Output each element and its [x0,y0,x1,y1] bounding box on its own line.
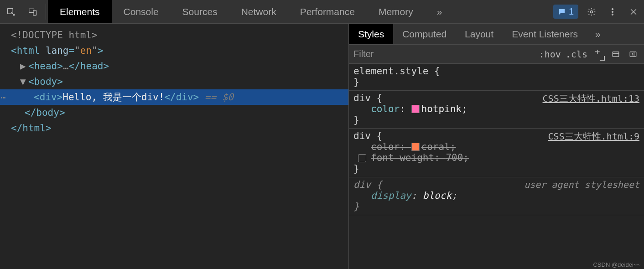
inspect-icon[interactable] [0,0,22,23]
property-checkbox[interactable] [358,154,366,162]
doctype: <!DOCTYPE html> [11,30,98,41]
style-rule[interactable]: CSS三大特性.html:9 div { color: coral; font-… [349,129,644,177]
color-swatch-icon[interactable] [411,143,420,151]
expand-arrow-icon[interactable]: ▶ [20,61,26,72]
subtab-event-listeners[interactable]: Event Listeners [503,24,587,44]
node-text: Hello, 我是一个div! [62,91,164,103]
tab-performance[interactable]: Performance [288,0,367,23]
subtab-more[interactable]: » [587,24,609,44]
styles-panel: Styles Computed Layout Event Listeners »… [348,24,644,269]
rule-source-link[interactable]: CSS三大特性.html:9 [548,130,639,143]
tab-elements[interactable]: Elements [48,0,112,23]
dom-tree[interactable]: <!DOCTYPE html> <html lang="en"> ▶<head>… [0,24,348,269]
svg-point-5 [612,11,613,12]
color-swatch-icon[interactable] [411,105,420,113]
tab-more[interactable]: » [425,0,454,23]
divider [46,4,46,20]
collapse-arrow-icon[interactable]: ▼ [20,76,26,87]
subtab-computed[interactable]: Computed [393,24,456,44]
tab-network[interactable]: Network [229,0,288,23]
cls-toggle[interactable]: .cls [566,49,587,60]
device-toggle-icon[interactable] [22,0,44,23]
rule-source-link[interactable]: CSS三大特性.html:13 [543,93,639,105]
issues-count: 1 [569,6,574,17]
style-rule[interactable]: CSS三大特性.html:13 div { color: hotpink; } [349,91,644,129]
style-rules: element.style { } CSS三大特性.html:13 div { … [349,64,644,269]
subtab-styles[interactable]: Styles [349,24,393,44]
selected-node[interactable]: ⋯ <div>Hello, 我是一个div!</div> == $0 [0,89,348,105]
styles-subtabs: Styles Computed Layout Event Listeners » [349,24,644,45]
sidebar-toggle-icon[interactable] [627,50,639,58]
close-icon[interactable] [623,0,644,23]
devtools-toolbar: Elements Console Sources Network Perform… [0,0,644,24]
tab-memory[interactable]: Memory [367,0,425,23]
tab-sources[interactable]: Sources [171,0,229,23]
style-rule[interactable]: element.style { } [349,64,644,91]
svg-point-6 [612,14,613,15]
rule-source-ua: user agent stylesheet [524,179,639,190]
settings-icon[interactable] [581,0,602,23]
issues-badge[interactable]: 1 [553,5,578,19]
tab-console[interactable]: Console [112,0,171,23]
svg-point-4 [612,8,613,10]
more-actions-icon[interactable]: ⋯ [1,93,6,102]
html-tag: html [17,45,40,56]
svg-rect-7 [613,52,619,57]
style-rule[interactable]: user agent stylesheet div { display: blo… [349,177,644,215]
svg-point-3 [591,10,593,13]
main-tabs: Elements Console Sources Network Perform… [48,0,454,23]
hov-toggle[interactable]: :hov [539,49,561,60]
computed-toggle-icon[interactable] [609,50,622,58]
kebab-icon[interactable] [602,0,623,23]
watermark: CSDN @deidei~~ [593,261,640,268]
main-split: <!DOCTYPE html> <html lang="en"> ▶<head>… [0,24,644,269]
selection-marker: == $0 [199,92,234,103]
styles-filter-input[interactable] [353,49,535,59]
subtab-layout[interactable]: Layout [456,24,503,44]
new-style-rule-icon[interactable] [592,50,605,59]
styles-filter-bar: :hov .cls [349,45,644,64]
